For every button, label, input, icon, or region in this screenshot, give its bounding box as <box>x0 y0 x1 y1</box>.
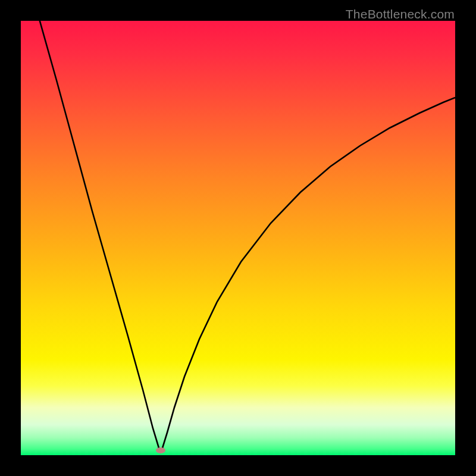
curve-svg <box>21 21 455 455</box>
chart-frame: TheBottleneck.com <box>0 0 476 476</box>
watermark-text: TheBottleneck.com <box>346 7 455 21</box>
minimum-marker <box>156 447 165 453</box>
bottleneck-curve <box>38 21 455 452</box>
plot-area <box>21 21 455 455</box>
